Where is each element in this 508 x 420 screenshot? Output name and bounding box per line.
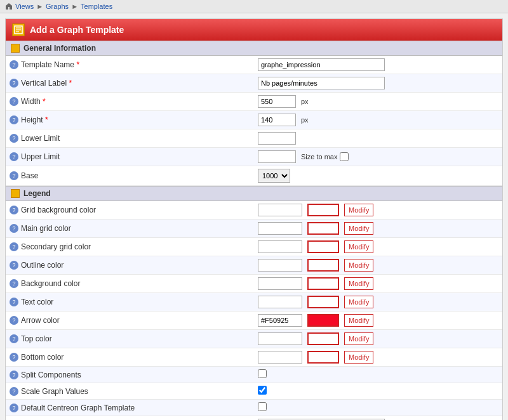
card-header: Add a Graph Template (6, 19, 502, 41)
help-icon-main-grid[interactable]: ? (10, 224, 18, 233)
arrow-color-swatch (307, 314, 339, 327)
default-template-label: Default Centreon Graph Template (21, 404, 135, 412)
grid-bg-label: Grid background color (21, 206, 96, 214)
bottom-color-modify-btn[interactable]: Modify (344, 351, 373, 364)
svg-marker-0 (6, 3, 12, 10)
bg-color-modify-btn[interactable]: Modify (344, 277, 373, 290)
secondary-grid-hex-input[interactable] (258, 240, 302, 253)
table-row: ? Secondary grid color Modify (6, 238, 502, 256)
secondary-grid-label: Secondary grid color (21, 242, 91, 251)
help-icon-secondary-grid[interactable]: ? (10, 242, 18, 251)
height-unit: px (301, 116, 309, 124)
width-label: Width * (21, 97, 46, 106)
help-icon-lower-limit[interactable]: ? (10, 134, 18, 143)
template-name-input[interactable] (258, 58, 385, 71)
text-color-hex-input[interactable] (258, 296, 302, 308)
table-row: ? Upper Limit Size to max (6, 148, 502, 166)
bottom-color-hex-input[interactable] (258, 351, 302, 364)
main-grid-modify-btn[interactable]: Modify (344, 222, 373, 235)
table-row: ? Comments (6, 416, 502, 421)
main-grid-hex-input[interactable] (258, 222, 302, 235)
text-color-modify-btn[interactable]: Modify (344, 296, 373, 308)
breadcrumb-views[interactable]: Views (15, 3, 34, 10)
help-icon-vertical-label[interactable]: ? (10, 79, 18, 88)
help-icon-outline[interactable]: ? (10, 261, 18, 270)
card-header-title: Add a Graph Template (30, 25, 124, 35)
vertical-label-input[interactable] (258, 77, 385, 89)
split-components-checkbox[interactable] (258, 369, 267, 378)
grid-bg-swatch (307, 204, 339, 216)
table-row: ? Arrow color Modify (6, 312, 502, 330)
scale-graph-values-checkbox[interactable] (258, 386, 267, 395)
base-label: Base (21, 171, 38, 180)
bg-color-swatch (307, 277, 339, 290)
help-icon-width[interactable]: ? (10, 97, 18, 106)
help-icon-grid-bg[interactable]: ? (10, 206, 18, 214)
bg-color-label: Background color (21, 279, 80, 288)
table-row: ? Bottom color Modify (6, 348, 502, 367)
table-row: ? Split Components (6, 367, 502, 383)
main-grid-swatch (307, 222, 339, 235)
help-icon-base[interactable]: ? (10, 171, 18, 180)
outline-hex-input[interactable] (258, 259, 302, 272)
lower-limit-input[interactable] (258, 132, 296, 145)
legend-section-header: Legend (6, 186, 502, 201)
help-icon-height[interactable]: ? (10, 115, 18, 124)
help-icon-bottom-color[interactable]: ? (10, 353, 18, 362)
height-label: Height * (21, 115, 48, 124)
default-template-checkbox[interactable] (258, 402, 267, 411)
width-input[interactable] (258, 95, 296, 108)
size-to-max-label: Size to max (301, 153, 337, 161)
arrow-color-hex-input[interactable] (258, 314, 302, 327)
upper-limit-label: Upper Limit (21, 152, 60, 161)
base-select[interactable]: 1000 1024 (258, 169, 290, 183)
card-header-icon (12, 23, 25, 36)
text-color-label: Text color (21, 298, 53, 306)
breadcrumb-graphs[interactable]: Graphs (46, 3, 69, 10)
template-name-label: Template Name * (21, 60, 79, 69)
main-grid-label: Main grid color (21, 224, 71, 233)
views-icon (5, 3, 13, 10)
outline-modify-btn[interactable]: Modify (344, 259, 373, 272)
table-row: ? Default Centreon Graph Template (6, 400, 502, 416)
table-row: ? Height * px (6, 111, 502, 129)
section-icon (11, 44, 20, 53)
upper-limit-input[interactable] (258, 150, 296, 163)
table-row: ? Background color Modify (6, 275, 502, 293)
top-color-hex-input[interactable] (258, 332, 302, 345)
table-row: ? Outline color Modify (6, 256, 502, 275)
help-icon-text-color[interactable]: ? (10, 298, 18, 306)
help-icon-template-name[interactable]: ? (10, 60, 18, 69)
legend-label: Legend (23, 189, 51, 198)
arrow-color-modify-btn[interactable]: Modify (344, 314, 373, 327)
top-color-modify-btn[interactable]: Modify (344, 332, 373, 345)
table-row: ? Base 1000 1024 (6, 166, 502, 186)
bg-color-hex-input[interactable] (258, 277, 302, 290)
height-input[interactable] (258, 114, 296, 126)
bottom-color-label: Bottom color (21, 353, 64, 362)
table-row: ? Top color Modify (6, 330, 502, 348)
table-row: ? Vertical Label * (6, 74, 502, 93)
outline-swatch (307, 259, 339, 272)
help-icon-split[interactable]: ? (10, 371, 18, 379)
general-info-table: ? Template Name * ? Vertical Label * (6, 56, 502, 186)
breadcrumb-templates[interactable]: Templates (81, 3, 112, 10)
table-row: ? Width * px (6, 93, 502, 111)
card: Add a Graph Template General Information… (5, 18, 503, 420)
scale-label: Scale Graph Values (21, 387, 88, 396)
top-color-swatch (307, 332, 339, 345)
help-icon-bg-color[interactable]: ? (10, 279, 18, 288)
help-icon-default-template[interactable]: ? (10, 404, 18, 412)
help-icon-upper-limit[interactable]: ? (10, 152, 18, 161)
table-row: ? Grid background color Modify (6, 201, 502, 220)
vertical-label-label: Vertical Label * (21, 79, 72, 88)
general-info-section-header: General Information (6, 41, 502, 56)
table-row: ? Template Name * (6, 56, 502, 74)
size-to-max-checkbox[interactable] (340, 152, 349, 161)
help-icon-arrow-color[interactable]: ? (10, 316, 18, 325)
secondary-grid-modify-btn[interactable]: Modify (344, 240, 373, 253)
help-icon-scale[interactable]: ? (10, 387, 18, 396)
grid-bg-modify-btn[interactable]: Modify (344, 204, 373, 216)
grid-bg-hex-input[interactable] (258, 204, 302, 216)
help-icon-top-color[interactable]: ? (10, 334, 18, 343)
